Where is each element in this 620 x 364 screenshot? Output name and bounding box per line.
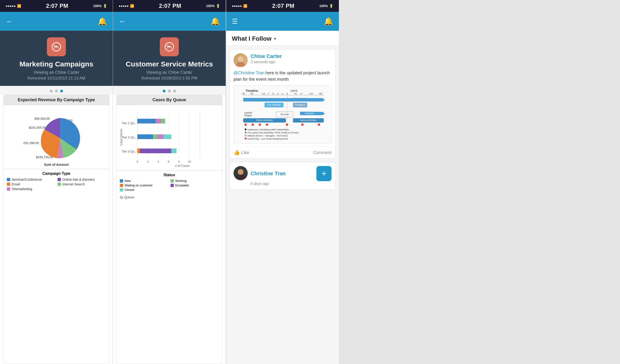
pie-svg: $499,300.00 $191,925.00 $56,500.00 $251,…	[23, 110, 90, 162]
dot-1-2[interactable]	[55, 90, 58, 92]
bell-icon-3[interactable]: 🔔	[324, 17, 333, 26]
svg-text:Tier 3 Qu..: Tier 3 Qu..	[122, 150, 136, 153]
svg-text:Feedback: Feedback	[295, 103, 306, 106]
signal-dots-3: ●●●●●	[232, 4, 242, 8]
svg-point-76	[259, 123, 261, 126]
post-mention-1[interactable]: @Christine Tran	[233, 71, 264, 75]
dot-2-1[interactable]	[163, 90, 166, 92]
post-author-2[interactable]: Christine Tran	[250, 171, 286, 177]
like-button-1[interactable]: 👍 Like	[233, 149, 282, 156]
svg-point-78	[286, 123, 288, 126]
swatch-waiting	[120, 184, 123, 187]
dashboard-viewing-2: Viewing as Chloe Carter	[146, 70, 192, 75]
by-queue-label: by Queue	[117, 194, 222, 201]
status-item-closed: Closed	[120, 188, 168, 191]
legend-swatch-online-ads	[58, 178, 61, 181]
svg-rect-34	[137, 148, 140, 153]
status-time-1: 2:07 PM	[46, 3, 68, 9]
legend-swatch-seminar	[7, 178, 10, 181]
svg-rect-29	[161, 119, 165, 123]
legend-title: Campaign Type	[7, 172, 106, 176]
status-signal-3: ●●●●● 📶	[232, 4, 247, 8]
label-closed: Closed	[124, 188, 134, 191]
post-author-1[interactable]: Chloe Carter	[250, 53, 332, 59]
svg-text:Launch Day – Live Onsite Marke: Launch Day – Live Onsite Marketing Event	[248, 138, 288, 140]
post-header-1: Chloe Carter 3 seconds ago	[230, 49, 335, 70]
svg-rect-27	[137, 119, 155, 123]
follow-chevron-icon[interactable]: ▾	[274, 36, 276, 41]
svg-text:+14: +14	[309, 92, 313, 95]
dashboard-header-1: Marketing Campaigns Viewing as Chloe Car…	[0, 31, 113, 86]
svg-text:Admin Activities: Admin Activities	[300, 119, 317, 122]
status-time-3: 2:07 PM	[272, 3, 294, 9]
back-button-1[interactable]: ←	[6, 17, 13, 26]
chart-card-2: Cases By Queue Case Owner # of Cases 0 2	[116, 95, 222, 364]
svg-text:Go-Live: Go-Live	[280, 113, 289, 116]
like-label-1: Like	[241, 150, 249, 155]
post-time-2: 6 days ago	[250, 182, 332, 186]
avatar-chloe-img	[235, 54, 247, 66]
bell-icon-2[interactable]: 🔔	[211, 17, 220, 26]
back-button-2[interactable]: ←	[119, 17, 126, 26]
post-actions-1: 👍 Like Comment	[230, 146, 335, 159]
comment-button-1[interactable]: Comment	[282, 150, 332, 155]
svg-text:Project: Project	[244, 114, 252, 117]
nav-bar-1: ← 🔔	[0, 12, 113, 31]
fab-button[interactable]: +	[316, 166, 332, 181]
chart-content-1: $499,300.00 $191,925.00 $56,500.00 $251,…	[3, 105, 109, 169]
svg-text:8: 8	[178, 160, 180, 163]
battery-icon: 🔋	[103, 4, 107, 8]
like-icon: 👍	[233, 149, 240, 156]
dot-1-3[interactable]	[60, 90, 63, 92]
dot-2-2[interactable]	[168, 90, 171, 92]
legend-item-internet-search: Internet Search	[58, 182, 106, 186]
legend-section: Campaign Type Seminar/Conference Online …	[3, 169, 109, 193]
label-working: Working	[175, 179, 186, 183]
status-bar-3: ●●●●● 📶 2:07 PM 100% 🔋	[226, 0, 339, 12]
legend-label-email: Email	[12, 182, 20, 186]
dot-2-3[interactable]	[173, 90, 176, 92]
hamburger-icon[interactable]: ☰	[232, 17, 238, 25]
svg-rect-36	[171, 148, 176, 153]
svg-text:10: 10	[188, 160, 191, 163]
svg-text:-45: -45	[242, 92, 245, 95]
post-body-1: @Christine Tran here is the updated proj…	[230, 70, 335, 85]
svg-text:# of Cases: # of Cases	[175, 164, 190, 167]
follow-title-row[interactable]: What I Follow ▾	[232, 35, 333, 42]
swatch-new	[120, 179, 123, 183]
chart-title-2: Cases By Queue	[117, 95, 222, 105]
svg-point-85	[245, 135, 247, 136]
svg-rect-32	[157, 134, 163, 139]
speedometer-icon	[51, 42, 62, 52]
status-signal-1: ●●●●● 📶	[6, 4, 21, 8]
dashboard-refresh-2: Refreshed 10/28/2013 1:55 PM	[141, 76, 197, 81]
svg-text:-1: -1	[281, 92, 283, 95]
post-card-2: Christine Tran + 6 days ago	[230, 162, 336, 190]
svg-text:-7: -7	[267, 92, 269, 95]
dashboard-title-2: Customer Service Metrics	[126, 60, 213, 68]
avatar-christine-img	[235, 167, 247, 179]
svg-text:$56,500.00: $56,500.00	[34, 117, 50, 120]
status-legend-title: Status	[120, 173, 219, 177]
svg-text:Tier 1 Qu..: Tier 1 Qu..	[122, 121, 136, 125]
svg-rect-33	[163, 134, 171, 139]
status-signal-2: ●●●●● 📶	[119, 4, 134, 8]
svg-rect-28	[155, 119, 161, 123]
svg-point-83	[245, 131, 247, 133]
signal-dots: ●●●●●	[6, 4, 16, 8]
bell-icon-1[interactable]: 🔔	[98, 17, 107, 26]
dashboard-icon-1	[47, 37, 66, 56]
status-time-2: 2:07 PM	[159, 3, 181, 9]
status-legend-grid: New Working Waiting on customer Escalate…	[120, 179, 219, 191]
svg-text:0: 0	[137, 160, 138, 163]
status-item-new: New	[120, 179, 168, 183]
svg-text:-10: -10	[262, 92, 265, 95]
svg-text:DAYS: DAYS	[291, 89, 297, 92]
svg-text:6: 6	[168, 160, 170, 163]
svg-text:4: 4	[157, 160, 159, 163]
legend-swatch-internet-search	[58, 183, 61, 186]
svg-text:Pre Launch Drip Marketing / HT: Pre Launch Drip Marketing / HTML Emails …	[248, 131, 299, 134]
legend-item-email: Email	[7, 182, 55, 186]
dot-1-1[interactable]	[50, 90, 53, 92]
post-time-1: 3 seconds ago	[250, 60, 332, 64]
